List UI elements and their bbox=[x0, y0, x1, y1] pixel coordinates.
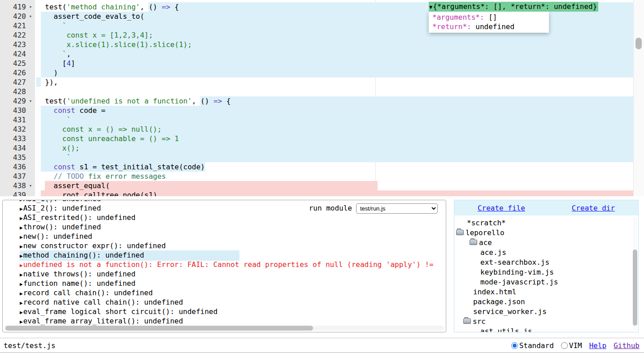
code-line[interactable]: 436 const s1 = test_initial_state(code) bbox=[0, 162, 633, 172]
code-line[interactable]: 438▾ assert_equal( bbox=[0, 181, 633, 190]
console-row[interactable]: ▶native throws(): undefined bbox=[20, 269, 446, 279]
tooltip-property-row[interactable]: *return*: undefined bbox=[429, 22, 549, 31]
keybinding-vim-option[interactable]: VIM bbox=[561, 341, 582, 350]
collapse-arrow-icon[interactable]: ▼ bbox=[429, 4, 432, 10]
code-line[interactable]: 428 bbox=[0, 87, 633, 96]
run-module-select[interactable]: test/run.js bbox=[356, 203, 438, 214]
fold-toggle-icon[interactable]: ▾ bbox=[26, 12, 35, 21]
console-row-text: record native call chain(): undefined bbox=[23, 298, 183, 306]
expand-triangle-icon[interactable]: ▶ bbox=[20, 300, 23, 306]
tree-item-file[interactable]: service_worker.js bbox=[454, 307, 638, 317]
console-row[interactable]: ▶record call chain(): undefined bbox=[20, 288, 446, 297]
console-row[interactable]: ▶undefined is not a function(): Error: F… bbox=[20, 260, 446, 269]
tree-item-file[interactable]: package.json bbox=[454, 297, 638, 307]
standard-radio[interactable] bbox=[511, 342, 518, 349]
tree-item-label: *scratch* bbox=[467, 219, 506, 227]
vim-radio[interactable] bbox=[561, 342, 568, 349]
expand-triangle-icon[interactable]: ▶ bbox=[20, 215, 23, 221]
code-line[interactable]: 439 root_calltree_node(s1) bbox=[0, 190, 633, 196]
editor-scrollbar[interactable] bbox=[633, 0, 644, 196]
console-row-text: native throws(): undefined bbox=[23, 270, 135, 278]
tree-item-label: service_worker.js bbox=[473, 307, 547, 316]
console-row[interactable]: ▶ASI_1(): undefined bbox=[20, 200, 446, 203]
code-line[interactable]: 429▾ test('undefined is not a function',… bbox=[0, 96, 633, 106]
console-row[interactable]: ▶eval_frame array_literal(): undefined bbox=[20, 316, 446, 326]
help-link[interactable]: Help bbox=[589, 341, 607, 350]
code-text: test('method chaining', () => { bbox=[35, 3, 179, 11]
console-horizontal-scrollbar-thumb[interactable] bbox=[5, 326, 313, 331]
line-number: 420 bbox=[0, 12, 26, 21]
code-line[interactable]: 424 `, bbox=[0, 49, 633, 59]
console-row[interactable]: ▶new(): undefined bbox=[20, 232, 446, 241]
create-dir-link[interactable]: Create dir bbox=[572, 204, 615, 212]
console-panel: ▶ASI_1(): undefined▶ASI_2(): undefined▶A… bbox=[2, 200, 446, 332]
line-number: 424 bbox=[0, 49, 26, 59]
code-editor[interactable]: 419▾ test('method chaining', () => {420▾… bbox=[0, 0, 644, 196]
expand-triangle-icon[interactable]: ▶ bbox=[20, 319, 23, 325]
file-tree-header: Create file Create dir bbox=[454, 200, 638, 215]
tree-item-label: ext-searchbox.js bbox=[480, 258, 549, 267]
keybinding-standard-option[interactable]: Standard bbox=[511, 341, 554, 350]
code-line[interactable]: 430 const code = bbox=[0, 106, 633, 115]
fold-toggle-icon[interactable]: ▾ bbox=[26, 2, 35, 12]
code-line[interactable]: 437 // TODO fix error messages bbox=[0, 172, 633, 181]
code-line[interactable]: 432 const x = () => null(); bbox=[0, 125, 633, 134]
tree-scrollbar-thumb[interactable] bbox=[633, 250, 637, 326]
code-line[interactable]: 433 const unreachable = () => 1 bbox=[0, 134, 633, 143]
code-line[interactable]: 425 [4] bbox=[0, 59, 633, 68]
console-row[interactable]: ▶ASI_restrited(): undefined bbox=[20, 213, 446, 222]
code-line[interactable]: 431 ` bbox=[0, 115, 633, 125]
tree-item-file[interactable]: index.html bbox=[454, 287, 638, 297]
console-row[interactable]: ▶method chaining(): undefined bbox=[20, 250, 446, 260]
expand-triangle-icon[interactable]: ▶ bbox=[20, 253, 23, 259]
console-row[interactable]: ▶record native call chain(): undefined bbox=[20, 297, 446, 307]
code-line[interactable]: 434 x(); bbox=[0, 143, 633, 153]
code-line[interactable]: 427 }), bbox=[0, 77, 633, 87]
console-row[interactable]: ▶function name(): undefined bbox=[20, 279, 446, 288]
folder-icon bbox=[456, 230, 464, 235]
expand-triangle-icon[interactable]: ▶ bbox=[20, 263, 23, 268]
code-line[interactable]: 423 x.slice(1).slice(1).slice(1); bbox=[0, 40, 633, 49]
tree-item-folder[interactable]: src bbox=[454, 317, 638, 327]
editor-scrollbar-thumb[interactable] bbox=[635, 38, 642, 49]
fold-toggle-icon bbox=[26, 115, 35, 125]
expand-triangle-icon[interactable]: ▶ bbox=[20, 234, 23, 240]
github-link[interactable]: Github bbox=[614, 341, 640, 350]
expand-triangle-icon[interactable]: ▶ bbox=[20, 225, 23, 231]
expand-triangle-icon[interactable]: ▶ bbox=[20, 310, 23, 315]
tree-item-file[interactable]: mode-javascript.js bbox=[454, 277, 638, 287]
expand-triangle-icon[interactable]: ▶ bbox=[20, 272, 23, 278]
create-file-link[interactable]: Create file bbox=[478, 204, 525, 212]
tree-item-label: index.html bbox=[473, 288, 516, 296]
value-tooltip: ▼{*arguments*: [], *return*: undefined} … bbox=[429, 2, 598, 33]
tooltip-property-row[interactable]: *arguments*: [] bbox=[429, 13, 549, 22]
fold-toggle-icon[interactable]: ▾ bbox=[26, 181, 35, 190]
value-tooltip-header[interactable]: ▼{*arguments*: [], *return*: undefined} bbox=[429, 2, 598, 12]
tree-scrollbar[interactable] bbox=[633, 217, 637, 330]
expand-triangle-icon[interactable]: ▶ bbox=[20, 281, 23, 287]
tree-item-file[interactable]: keybinding-vim.js bbox=[454, 267, 638, 277]
tree-item-file[interactable]: *scratch* bbox=[454, 218, 638, 228]
tree-item-file[interactable]: ace.js bbox=[454, 248, 638, 258]
console-row[interactable]: ▶throw(): undefined bbox=[20, 222, 446, 232]
tree-item-folder[interactable]: leporello bbox=[454, 228, 638, 238]
tree-item-file[interactable]: ext-searchbox.js bbox=[454, 258, 638, 267]
expand-triangle-icon[interactable]: ▶ bbox=[20, 200, 23, 202]
fold-toggle-icon[interactable]: ▾ bbox=[26, 96, 35, 106]
console-row-text: record call chain(): undefined bbox=[23, 288, 153, 297]
console-row-text: undefined is not a function(): Error: FA… bbox=[23, 260, 434, 269]
code-line[interactable]: 435 ` bbox=[0, 153, 633, 162]
line-number: 436 bbox=[0, 162, 26, 172]
console-row[interactable]: ▶eval_frame logical short circuit(): und… bbox=[20, 307, 446, 316]
expand-triangle-icon[interactable]: ▶ bbox=[20, 244, 23, 250]
console-horizontal-scrollbar[interactable] bbox=[4, 326, 444, 331]
code-line[interactable]: 426 ) bbox=[0, 68, 633, 77]
tree-item-file[interactable]: ast_utils.js bbox=[454, 327, 638, 332]
expand-triangle-icon[interactable]: ▶ bbox=[20, 206, 23, 212]
console-row[interactable]: ▶new constructor expr(): undefined bbox=[20, 241, 446, 250]
highlight-marker bbox=[41, 59, 633, 68]
tree-item-folder[interactable]: ace bbox=[454, 238, 638, 248]
line-number: 421 bbox=[0, 21, 26, 30]
code-text: assert_equal( bbox=[35, 181, 110, 190]
expand-triangle-icon[interactable]: ▶ bbox=[20, 291, 23, 297]
